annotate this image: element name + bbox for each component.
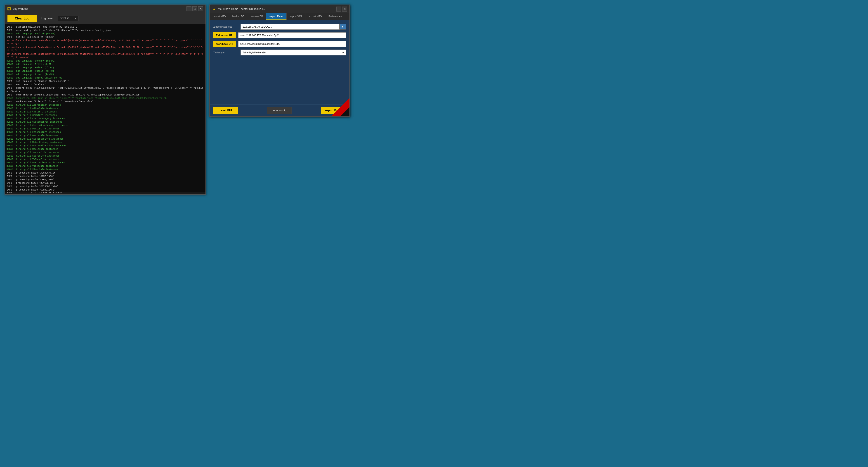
workbook-uri-input[interactable] bbox=[238, 41, 346, 47]
log-line: INFO : Home Theater backup archive URI: … bbox=[6, 93, 204, 97]
zidoo-root-uri-row: Zidoo root URI bbox=[213, 32, 346, 38]
log-line: INFO : processing table 'AGGREGATION' bbox=[6, 171, 204, 175]
zidoo-ip-label: Zidoo IP address bbox=[213, 25, 238, 28]
log-line: DEBUG: finding all Aggregation instances bbox=[6, 104, 204, 107]
log-line: DEBUG: finding all AlbumInfo instances bbox=[6, 107, 204, 110]
workbook-uri-row: workbook URI bbox=[213, 41, 346, 47]
log-line: DEBUG: add Language French (fr-FR) bbox=[6, 73, 204, 76]
log-title-controls: ─ □ ✕ bbox=[186, 6, 203, 11]
svg-marker-4 bbox=[213, 8, 215, 10]
log-line: INFO : export excel {'autoBackupUri': 's… bbox=[6, 86, 204, 93]
zidoo-ip-input[interactable] bbox=[241, 24, 340, 30]
zidoo-ip-field-group: ▼ bbox=[241, 24, 346, 30]
log-line: INFO : starting McBluna's Home Theater D… bbox=[6, 25, 204, 29]
app-window-icon bbox=[212, 7, 216, 11]
log-line: INFO : set GUI Log Level to 'DEBUG' bbox=[6, 35, 204, 39]
log-window: Log Window ─ □ ✕ Clear Log Log Level DEB… bbox=[4, 4, 206, 195]
log-line: DEBUG: finding all EpisodeInfo instances bbox=[6, 130, 204, 134]
log-line: DEBUG: finding all DeviceInfo instances bbox=[6, 127, 204, 130]
log-line: net.mcbluna.zidoo.rest.ControlCenter.Get… bbox=[6, 46, 204, 53]
tab-exportExcel[interactable]: export Excel bbox=[266, 13, 287, 20]
log-line: INFO : processing table 'CREW_INFO' bbox=[6, 178, 204, 181]
log-footer bbox=[5, 193, 206, 194]
log-line: DEBUG: add Language Poland (pl-PL) bbox=[6, 66, 204, 69]
tab-restoreDB[interactable]: restore DB bbox=[248, 13, 267, 20]
log-line: DEBUG: add Language English (en-GB) bbox=[6, 32, 204, 35]
zidoo-ip-row: Zidoo IP address ▼ bbox=[213, 24, 346, 30]
log-line: DEBUG: finding all VideoInfo instances bbox=[6, 165, 204, 168]
log-line: net.mcbluna.zidoo.rest.ControlCenter.Get… bbox=[6, 53, 204, 59]
log-line: INFO : set language to 'United States (e… bbox=[6, 80, 204, 83]
tab-importNFO[interactable]: import NFO bbox=[210, 13, 229, 20]
app-title-controls: ─ ✕ bbox=[336, 6, 347, 11]
black-triangle-decoration bbox=[340, 107, 349, 116]
log-line: DEBUG: finding all UserCollection instan… bbox=[6, 161, 204, 165]
log-line: DEBUG: Connection URI: jdbc:sqlite://C:/… bbox=[6, 97, 204, 100]
log-line: DEBUG: add Language Italy (it-IT) bbox=[6, 63, 204, 66]
app-window: McBluna's Home Theater DB Tool 2.1.2 ─ ✕… bbox=[210, 5, 350, 117]
app-body: Zidoo IP address ▼ Zidoo root URI workbo… bbox=[210, 20, 349, 59]
log-toolbar: Clear Log Log Level DEBUG INFO WARNING E… bbox=[5, 13, 206, 24]
log-line: INFO : read config file from 'file:///C:… bbox=[6, 29, 204, 32]
log-line: DEBUG: finding all CustomGenres instance… bbox=[6, 120, 204, 124]
log-line: net.mcbluna.zidoo.rest.ControlCenter.Get… bbox=[6, 39, 204, 46]
app-tab-bar: import NFObackup DBrestore DBexport Exce… bbox=[210, 13, 349, 20]
app-footer: reset GUI save config export Excel bbox=[210, 104, 349, 116]
zidoo-root-uri-input[interactable] bbox=[238, 32, 346, 38]
log-title-left: Log Window bbox=[7, 7, 28, 11]
tab-exportNFO[interactable]: export NFO bbox=[306, 13, 325, 20]
log-line: DEBUG: finding all SourceInfo instances bbox=[6, 154, 204, 158]
log-level-select[interactable]: DEBUG INFO WARNING ERROR bbox=[58, 16, 79, 21]
workbook-uri-btn[interactable]: workbook URI bbox=[213, 41, 236, 47]
app-spacer bbox=[210, 59, 349, 104]
log-minimize-btn[interactable]: ─ bbox=[186, 6, 191, 11]
tab-backupDB[interactable]: backup DB bbox=[229, 13, 248, 20]
log-line: DEBUG: finding all GuestStarInfo instanc… bbox=[6, 137, 204, 141]
app-minimize-btn[interactable]: ─ bbox=[336, 6, 341, 11]
reset-gui-button[interactable]: reset GUI bbox=[213, 107, 238, 114]
log-line: DEBUG: add Language Russia (ru-RU) bbox=[6, 69, 204, 73]
log-line: DEBUG: finding all GenreInfo instances bbox=[6, 134, 204, 137]
zidoo-ip-dropdown-btn[interactable]: ▼ bbox=[340, 24, 346, 30]
log-line: DEBUG: finding all CrewInfo instances bbox=[6, 114, 204, 117]
log-level-label: Log Level bbox=[41, 17, 53, 20]
log-title-bar: Log Window ─ □ ✕ bbox=[5, 5, 206, 13]
clear-log-button[interactable]: Clear Log bbox=[7, 15, 37, 22]
log-line: INFO : set theme to 'McBluna' bbox=[6, 83, 204, 86]
app-window-title: McBluna's Home Theater DB Tool 2.1.2 bbox=[218, 7, 266, 11]
log-line: INFO : processing table 'DEVICE_INFO' bbox=[6, 181, 204, 185]
log-line: INFO : processing table 'EPISODE_INFO' bbox=[6, 185, 204, 188]
zidoo-root-uri-btn[interactable]: Zidoo root URI bbox=[213, 32, 236, 38]
log-window-icon bbox=[7, 7, 11, 11]
tab-exportXML[interactable]: export XML bbox=[287, 13, 306, 20]
log-line: DEBUG: add Language United States (en-US… bbox=[6, 76, 204, 80]
log-close-btn[interactable]: ✕ bbox=[198, 6, 203, 11]
log-line: DEBUG: finding all CustomHomeLayout inst… bbox=[6, 124, 204, 127]
log-line: DEBUG: finding all SeasonInfo instances bbox=[6, 151, 204, 154]
tablestyle-row: Tablestyle TableStyleMedium16 TableStyle… bbox=[213, 50, 346, 55]
log-line: DEBUG: finding all CustomCategory instan… bbox=[6, 117, 204, 120]
log-maximize-btn[interactable]: □ bbox=[192, 6, 197, 11]
log-content-area[interactable]: INFO : starting McBluna's Home Theater D… bbox=[5, 24, 206, 193]
log-line: DEBUG: finding all MatchHistory instance… bbox=[6, 141, 204, 144]
log-line: INFO : processing table 'CAST_INFO' bbox=[6, 175, 204, 178]
log-line: DEBUG: finding all VideoInfo instances bbox=[6, 168, 204, 171]
app-window-wrapper: McBluna's Home Theater DB Tool 2.1.2 ─ ✕… bbox=[209, 4, 350, 117]
log-window-title: Log Window bbox=[13, 7, 28, 10]
log-line: DEBUG: finding all TvShowInfo instances bbox=[6, 158, 204, 161]
tab-preferences[interactable]: Preferences bbox=[325, 13, 345, 20]
app-title-left: McBluna's Home Theater DB Tool 2.1.2 bbox=[212, 7, 266, 11]
log-line: INFO : processing table 'GENRE_INFO' bbox=[6, 188, 204, 192]
tablestyle-label: Tablestyle bbox=[213, 51, 238, 54]
log-line: INFO : Workbook URI 'file:///C:/Users/**… bbox=[6, 100, 204, 104]
app-title-bar: McBluna's Home Theater DB Tool 2.1.2 ─ ✕ bbox=[210, 5, 349, 13]
save-config-button[interactable]: save config bbox=[267, 107, 292, 114]
log-line: DEBUG: finding all MovieCollection insta… bbox=[6, 144, 204, 148]
tablestyle-select[interactable]: TableStyleMedium16 TableStyleMedium1 Tab… bbox=[241, 50, 346, 55]
log-line: DEBUG: finding all MovieInfo instances bbox=[6, 148, 204, 151]
log-line: DEBUG: add Language Germany (de-DE) bbox=[6, 59, 204, 63]
log-line: DEBUG: finding all CastInfo instances bbox=[6, 110, 204, 114]
app-close-btn[interactable]: ✕ bbox=[342, 6, 347, 11]
